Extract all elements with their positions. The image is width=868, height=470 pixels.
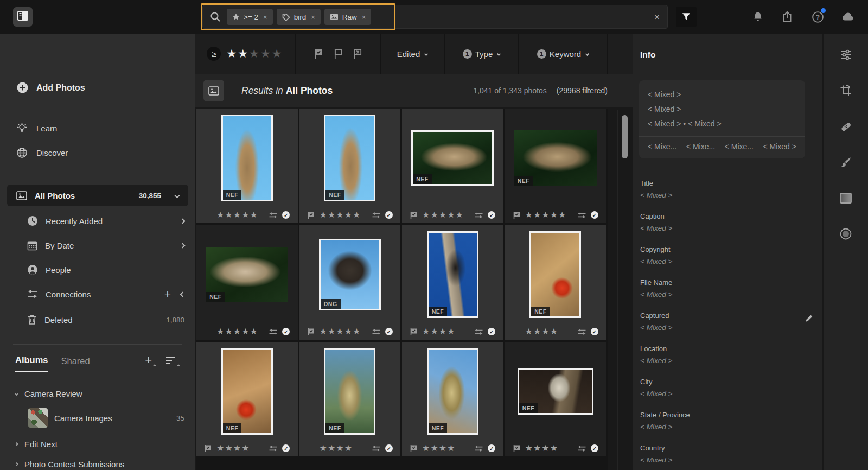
star-rating[interactable]: ★★★★ — [422, 327, 470, 336]
star-rating-filter[interactable]: ≥ ★★★★★ — [195, 34, 296, 74]
synced-check-icon[interactable]: ✓ — [591, 211, 598, 219]
rating-operator[interactable]: ≥ — [207, 47, 221, 61]
photo-thumbnail[interactable]: NEF — [427, 231, 478, 318]
photo-cell-4[interactable]: NEF★★★★★✓ — [505, 109, 607, 223]
field-value[interactable]: < Mixed > — [640, 224, 815, 233]
flag-unflagged-filter-icon[interactable] — [332, 48, 344, 60]
photo-thumbnail[interactable]: NEF — [514, 130, 597, 186]
picked-flag-icon[interactable] — [513, 444, 521, 453]
search-field[interactable]: >= 2 × bird × Raw × × — [202, 5, 668, 29]
picked-flag-icon[interactable] — [410, 444, 418, 453]
photo-cell-1[interactable]: NEF★★★★★✓ — [196, 109, 298, 223]
field-value[interactable]: < Mixed > — [640, 455, 815, 465]
photo-thumbnail[interactable]: NEF — [411, 130, 494, 186]
field-value[interactable]: < Mixed > — [640, 323, 815, 333]
album-camera-images[interactable]: Camera Images 35 — [28, 408, 184, 428]
sidebar-item-by-date[interactable]: By Date — [27, 237, 184, 253]
healing-brush-icon[interactable] — [839, 119, 853, 134]
add-photos-button[interactable]: Add Photos — [16, 81, 85, 94]
field-value[interactable]: < Mixed > — [640, 290, 815, 300]
sidebar-item-connections[interactable]: Connections + — [27, 286, 184, 302]
sort-albums-button[interactable] — [166, 355, 176, 366]
photo-thumbnail[interactable]: NEF — [221, 115, 273, 201]
photo-cell-10[interactable]: NEF★★★★✓ — [299, 342, 401, 456]
picked-flag-icon[interactable] — [410, 328, 418, 336]
star-rating[interactable]: ★★★★ — [216, 443, 264, 453]
photo-thumbnail[interactable]: NEF — [324, 115, 375, 201]
star-rating[interactable]: ★★★★★ — [422, 210, 470, 220]
photo-cell-12[interactable]: NEF★★★★✓ — [505, 342, 607, 456]
photo-cell-3[interactable]: NEF★★★★★✓ — [402, 109, 503, 223]
star-rating[interactable]: ★★★★ — [525, 327, 573, 336]
photo-cell-7[interactable]: NEF★★★★✓ — [402, 225, 503, 340]
synced-check-icon[interactable]: ✓ — [591, 328, 598, 335]
photo-cell-8[interactable]: NEF★★★★✓ — [505, 225, 607, 340]
metadata-field-file-name[interactable]: File Name< Mixed > — [640, 278, 815, 300]
share-button[interactable] — [780, 10, 794, 24]
star-rating[interactable]: ★★★★★ — [320, 327, 367, 336]
cloud-sync-button[interactable] — [841, 10, 855, 24]
sidebar-item-people[interactable]: People — [27, 262, 184, 278]
photo-thumbnail[interactable]: NEF — [427, 348, 478, 435]
picked-flag-icon[interactable] — [513, 211, 521, 219]
photo-cell-11[interactable]: NEF★★★★✓ — [402, 342, 503, 456]
tab-albums[interactable]: Albums — [15, 355, 48, 372]
photo-cell-2[interactable]: NEF★★★★★✓ — [299, 109, 401, 223]
synced-check-icon[interactable]: ✓ — [591, 444, 598, 452]
photo-cell-6[interactable]: DNG★★★★★✓ — [299, 225, 401, 340]
sidebar-item-deleted[interactable]: Deleted 1,880 — [27, 312, 184, 328]
synced-check-icon[interactable]: ✓ — [488, 328, 495, 335]
star-filter-stars[interactable]: ★★★★★ — [226, 47, 283, 60]
star-rating[interactable]: ★★★★ — [525, 443, 573, 453]
grid-view-button[interactable] — [203, 80, 224, 101]
metadata-field-country[interactable]: Country< Mixed > — [640, 444, 815, 465]
add-connection-icon[interactable]: + — [164, 288, 171, 301]
brush-icon[interactable] — [839, 155, 853, 169]
star-rating[interactable]: ★★★★★ — [216, 210, 264, 220]
sidebar-item-learn[interactable]: Learn — [16, 122, 57, 134]
linear-gradient-icon[interactable] — [839, 191, 853, 205]
filter-star-4[interactable]: ★ — [260, 47, 272, 60]
picked-flag-icon[interactable] — [410, 211, 418, 219]
chip-close-icon[interactable]: × — [362, 13, 366, 21]
synced-check-icon[interactable]: ✓ — [385, 328, 393, 335]
photo-thumbnail[interactable]: DNG — [319, 239, 381, 310]
tab-shared[interactable]: Shared — [61, 356, 90, 372]
filter-toggle-button[interactable] — [676, 7, 697, 27]
album-folder-edit-next[interactable]: Edit Next — [15, 440, 184, 449]
synced-check-icon[interactable]: ✓ — [282, 444, 290, 452]
filter-chip-rating[interactable]: >= 2 × — [227, 9, 273, 25]
album-folder-photo-contest[interactable]: Photo Contest Submissions — [15, 460, 184, 469]
photo-thumbnail[interactable]: NEF — [221, 348, 273, 435]
sidebar-toggle-button[interactable] — [13, 7, 33, 27]
star-rating[interactable]: ★★★★★ — [320, 210, 367, 220]
photo-cell-9[interactable]: NEF★★★★✓ — [196, 342, 298, 456]
filter-star-3[interactable]: ★ — [249, 47, 260, 60]
scrollbar-thumb[interactable] — [622, 115, 628, 158]
photo-thumbnail[interactable]: NEF — [518, 368, 593, 415]
picked-flag-icon[interactable] — [307, 328, 315, 336]
star-rating[interactable]: ★★★★★ — [216, 327, 264, 336]
metadata-field-state-province[interactable]: State / Province< Mixed > — [640, 411, 815, 432]
metadata-field-title[interactable]: Title< Mixed > — [640, 179, 815, 200]
photo-thumbnail[interactable]: NEF — [529, 231, 581, 318]
synced-check-icon[interactable]: ✓ — [282, 328, 290, 335]
filter-star-2[interactable]: ★ — [238, 47, 249, 60]
type-filter-dropdown[interactable]: 1 Type — [445, 34, 519, 74]
metadata-field-caption[interactable]: Caption< Mixed > — [640, 212, 815, 233]
synced-check-icon[interactable]: ✓ — [385, 444, 393, 452]
metadata-field-city[interactable]: City< Mixed > — [640, 378, 815, 399]
synced-check-icon[interactable]: ✓ — [488, 444, 495, 452]
picked-flag-icon[interactable] — [204, 444, 212, 453]
filter-star-1[interactable]: ★ — [226, 47, 238, 60]
chevron-right-icon[interactable] — [15, 442, 18, 446]
metadata-field-captured[interactable]: Captured< Mixed > — [640, 312, 815, 333]
star-rating[interactable]: ★★★★ — [422, 443, 470, 453]
metadata-field-location[interactable]: Location< Mixed > — [640, 345, 815, 366]
edited-filter-dropdown[interactable]: Edited — [381, 34, 445, 74]
chip-close-icon[interactable]: × — [311, 13, 315, 21]
flag-picked-filter-icon[interactable] — [312, 48, 324, 60]
edit-pencil-icon[interactable] — [805, 314, 814, 325]
filter-chip-keyword[interactable]: bird × — [277, 9, 321, 25]
chevron-left-icon[interactable] — [180, 218, 186, 224]
